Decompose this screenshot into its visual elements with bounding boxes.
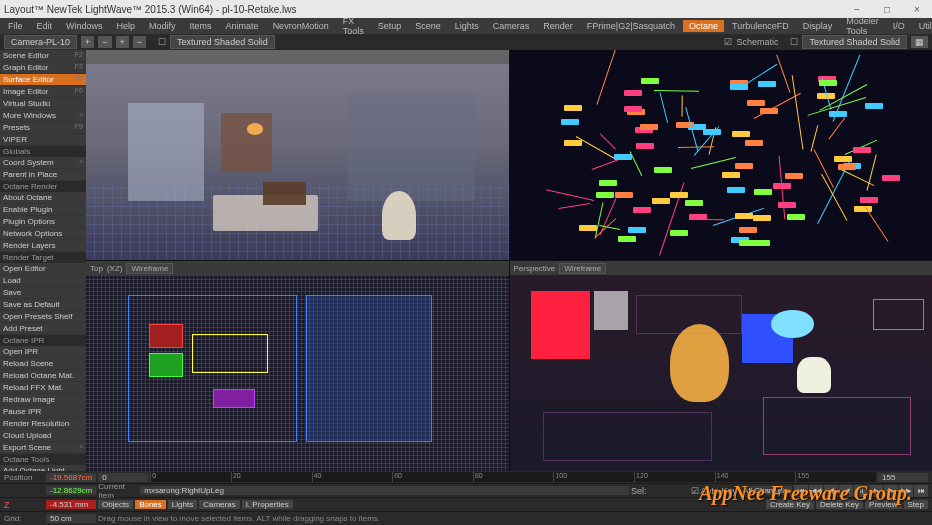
pos-y[interactable]: -12.8629cm <box>46 486 96 495</box>
timeline-tick: 80 <box>473 472 554 482</box>
sidebar-item-open-editor[interactable]: Open Editor <box>0 263 86 275</box>
sidebar-item-open-ipr[interactable]: Open IPR <box>0 346 86 358</box>
sidebar-item-add-preset[interactable]: Add Preset <box>0 323 86 335</box>
grid-value[interactable]: 50 cm <box>46 514 96 523</box>
sidebar-item-reload-octane-mat-[interactable]: Reload Octane Mat. <box>0 370 86 382</box>
sidebar-item-redraw-image[interactable]: Redraw Image <box>0 394 86 406</box>
zoom-icon[interactable]: + <box>81 36 94 48</box>
zoom-icon[interactable]: + <box>116 36 129 48</box>
control-lights[interactable]: Lights <box>168 500 197 509</box>
current-item-label: Current Item <box>98 482 138 500</box>
tab-modeler-tools[interactable]: Modeler Tools <box>840 15 885 37</box>
sidebar-item-export-scene[interactable]: Export Scene> <box>0 442 86 454</box>
shading-dropdown-right[interactable]: Textured Shaded Solid <box>802 35 907 49</box>
schematic-graph <box>510 64 933 260</box>
tab-utilities[interactable]: Utilities <box>913 20 932 32</box>
sidebar-item-surface-editor[interactable]: Surface EditorF5 <box>0 74 86 86</box>
sidebar-item-scene-editor[interactable]: Scene EditorF2 <box>0 50 86 62</box>
sidebar-item-plugin-options[interactable]: Plugin Options <box>0 216 86 228</box>
sidebar-item-render-resolution[interactable]: Render Resolution <box>0 418 86 430</box>
menu-file[interactable]: File <box>2 20 29 32</box>
frame-start[interactable]: 0 <box>98 473 148 482</box>
control-bones[interactable]: Bones <box>135 500 166 509</box>
tab-items[interactable]: Items <box>184 20 218 32</box>
tab-modify[interactable]: Modify <box>143 20 182 32</box>
main-tabs: FileEditWindowsHelpModifyItemsAnimateNev… <box>0 18 932 34</box>
tab-i-o[interactable]: I/O <box>887 20 911 32</box>
window-title: Layout™ NewTek LightWave™ 2015.3 (Win64)… <box>4 4 846 15</box>
vp-icon[interactable]: ▦ <box>911 36 928 48</box>
zoom-icon[interactable]: − <box>133 36 146 48</box>
sidebar-item-enable-plugin[interactable]: Enable Plugin <box>0 204 86 216</box>
perspective-view <box>510 275 933 471</box>
watermark: AppNee Freeware Group. <box>699 482 912 505</box>
tab-lights[interactable]: Lights <box>449 20 485 32</box>
end-button[interactable]: ⏭ <box>914 485 928 497</box>
viewport-perspective[interactable]: Perspective Wireframe <box>510 261 933 471</box>
sidebar-item-coord-system[interactable]: Coord System> <box>0 157 86 169</box>
viewport-header: Top (XZ) Wireframe <box>86 261 509 275</box>
sidebar-item-reload-scene[interactable]: Reload Scene <box>0 358 86 370</box>
sidebar-item-parent-in-place[interactable]: Parent in Place <box>0 169 86 181</box>
sidebar-item-save[interactable]: Save <box>0 287 86 299</box>
pos-x[interactable]: -19.5887cm <box>46 473 96 482</box>
tab-animate[interactable]: Animate <box>220 20 265 32</box>
sidebar-item-save-as-default[interactable]: Save as Default <box>0 299 86 311</box>
menu-windows[interactable]: Windows <box>60 20 109 32</box>
sidebar-item-viper[interactable]: VIPER <box>0 134 86 146</box>
close-button[interactable]: × <box>906 4 928 15</box>
control-i--properties[interactable]: I. Properties <box>242 500 293 509</box>
position-label: Position <box>4 473 44 482</box>
tab-octane[interactable]: Octane <box>683 20 724 32</box>
tab-cameras[interactable]: Cameras <box>487 20 536 32</box>
maximize-button[interactable]: □ <box>876 4 898 15</box>
viewport-top[interactable]: Top (XZ) Wireframe <box>86 261 509 471</box>
sidebar-item-pause-ipr[interactable]: Pause IPR <box>0 406 86 418</box>
sidebar-item-more-windows[interactable]: More Windows> <box>0 110 86 122</box>
tab-fprime-g--sasquatch[interactable]: FPrime|G2|Sasquatch <box>581 20 681 32</box>
tab-setup[interactable]: Setup <box>372 20 408 32</box>
schematic-check[interactable]: Schematic <box>736 37 778 47</box>
sidebar-item-image-editor[interactable]: Image EditorF6 <box>0 86 86 98</box>
sidebar-item-load[interactable]: Load <box>0 275 86 287</box>
camera-dropdown[interactable]: Camera-PL-10 <box>4 35 77 49</box>
viewport-header: Perspective Wireframe <box>510 261 933 275</box>
frame-end[interactable]: 155 <box>878 473 928 482</box>
timeline-tick: 100 <box>553 472 634 482</box>
sidebar-item-graph-editor[interactable]: Graph EditorF3 <box>0 62 86 74</box>
sidebar-item-network-options[interactable]: Network Options <box>0 228 86 240</box>
sidebar-item-reload-ffx-mat-[interactable]: Reload FFX Mat. <box>0 382 86 394</box>
shading-dropdown[interactable]: Textured Shaded Solid <box>170 35 275 49</box>
control-cameras[interactable]: Cameras <box>199 500 239 509</box>
sidebar-item-open-presets-shelf[interactable]: Open Presets Shelf <box>0 311 86 323</box>
sidebar-item-about-octane[interactable]: About Octane <box>0 192 86 204</box>
viewport-schematic[interactable] <box>510 50 933 260</box>
sidebar-header: Octane Render <box>0 181 86 192</box>
tab-turbulencefd[interactable]: TurbulenceFD <box>726 20 795 32</box>
sidebar-header: Globals <box>0 146 86 157</box>
minimize-button[interactable]: − <box>846 4 868 15</box>
vp-mode[interactable]: Wireframe <box>559 263 606 274</box>
tab-fx-tools[interactable]: FX Tools <box>337 15 370 37</box>
timeline-tick: 60 <box>392 472 473 482</box>
timeline-track[interactable]: 020406080100120140155 <box>150 472 876 482</box>
menu-help[interactable]: Help <box>111 20 142 32</box>
tab-display[interactable]: Display <box>797 20 839 32</box>
sidebar-item-render-layers[interactable]: Render Layers <box>0 240 86 252</box>
vp-mode[interactable]: Wireframe <box>126 263 173 274</box>
current-item-value[interactable]: mxsarong:RightUpLeg <box>140 486 629 495</box>
zoom-icon[interactable]: − <box>98 36 111 48</box>
sidebar-item-virtual-studio[interactable]: Virtual Studio <box>0 98 86 110</box>
tab-nevronmotion[interactable]: NevronMotion <box>267 20 335 32</box>
control-objects[interactable]: Objects <box>98 500 133 509</box>
pos-z[interactable]: -4.531 mm <box>46 500 96 509</box>
menu-edit[interactable]: Edit <box>31 20 59 32</box>
sidebar-item-presets[interactable]: PresetsF9 <box>0 122 86 134</box>
sidebar-item-cloud-upload[interactable]: Cloud Upload <box>0 430 86 442</box>
tab-render[interactable]: Render <box>537 20 579 32</box>
main-area: Scene EditorF2Graph EditorF3Surface Edit… <box>0 50 932 471</box>
viewport-camera[interactable] <box>86 50 509 260</box>
tab-scene[interactable]: Scene <box>409 20 447 32</box>
hint-text: Drag mouse in view to move selected item… <box>98 514 928 523</box>
camera-toolbar: Camera-PL-10 + − + − ☐ Textured Shaded S… <box>0 34 932 50</box>
